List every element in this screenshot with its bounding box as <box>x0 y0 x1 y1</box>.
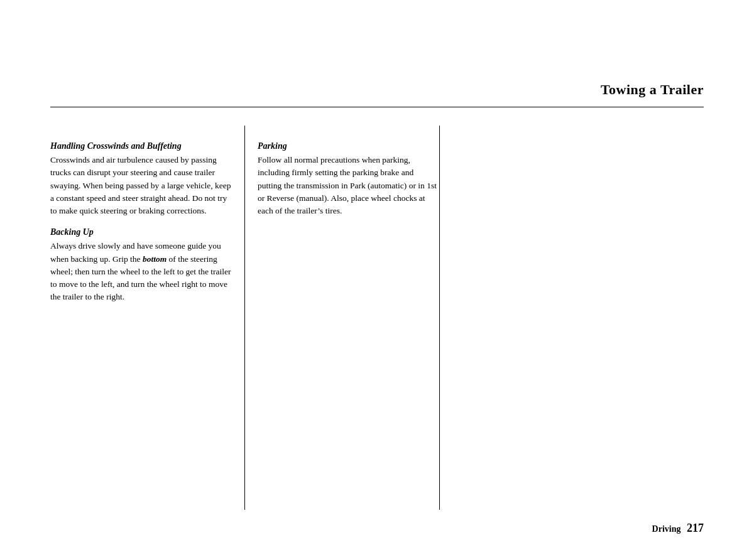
crosswinds-body: Crosswinds and air turbulence caused by … <box>50 154 232 217</box>
section-backing-up: Backing Up Always drive slowly and have … <box>50 227 232 303</box>
header: Towing a Trailer <box>601 82 704 98</box>
footer-page-number: 217 <box>687 522 704 534</box>
third-column <box>440 126 704 510</box>
parking-title: Parking <box>258 141 439 151</box>
content-area: Handling Crosswinds and Buffeting Crossw… <box>50 126 704 510</box>
page: Towing a Trailer Handling Crosswinds and… <box>0 0 754 560</box>
section-parking: Parking Follow all normal precautions wh… <box>258 141 439 217</box>
backing-up-italic: bottom <box>143 254 167 264</box>
right-column: Parking Follow all normal precautions wh… <box>245 126 440 510</box>
crosswinds-title: Handling Crosswinds and Buffeting <box>50 141 232 151</box>
section-crosswinds: Handling Crosswinds and Buffeting Crossw… <box>50 141 232 217</box>
header-divider <box>50 107 704 107</box>
footer: Driving 217 <box>652 522 704 535</box>
backing-up-title: Backing Up <box>50 227 232 237</box>
page-title: Towing a Trailer <box>601 82 704 97</box>
left-column: Handling Crosswinds and Buffeting Crossw… <box>50 126 245 510</box>
backing-up-body: Always drive slowly and have someone gui… <box>50 240 232 303</box>
parking-body: Follow all normal precautions when parki… <box>258 154 439 217</box>
footer-section-label: Driving <box>652 524 681 534</box>
